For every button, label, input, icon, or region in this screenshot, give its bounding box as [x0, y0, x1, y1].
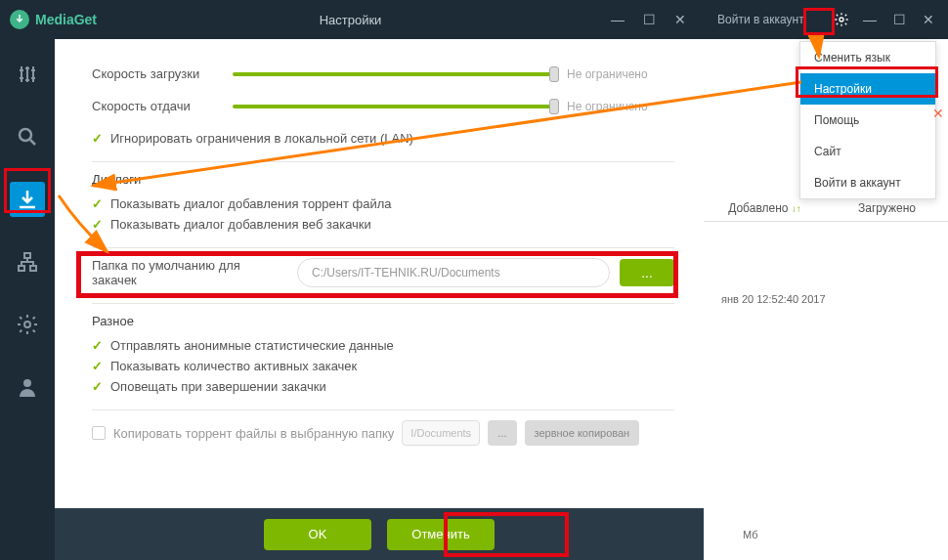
upload-speed-label: Скорость отдачи: [92, 99, 219, 113]
svg-point-6: [840, 18, 843, 22]
svg-rect-3: [30, 266, 36, 271]
menu-login[interactable]: Войти в аккаунт: [800, 167, 935, 198]
app-name: MediaGet: [35, 12, 97, 27]
menu-change-language[interactable]: Сменить язык: [800, 42, 935, 73]
sidebar-item-user[interactable]: [10, 369, 45, 405]
menu-settings[interactable]: Настройки: [800, 73, 935, 105]
active-count-checkbox[interactable]: Показывать количество активных закачек: [110, 359, 357, 373]
sort-icon: ↓↑: [792, 203, 801, 214]
settings-panel: Скорость загрузки Не ограничено Скорость…: [55, 39, 704, 508]
copy-browse-button[interactable]: ...: [488, 420, 516, 446]
logo-icon: [10, 10, 29, 29]
notify-finish-checkbox[interactable]: Оповещать при завершении закачки: [110, 379, 326, 394]
login-link[interactable]: Войти в аккаунт: [710, 13, 827, 26]
minimize-button[interactable]: —: [604, 10, 631, 29]
download-speed-label: Скорость загрузки: [92, 66, 219, 81]
dialog-button-bar: OK Отменить: [55, 508, 704, 560]
titlebar: MediaGet Настройки — ☐ ✕: [0, 0, 704, 39]
app-logo: MediaGet: [10, 10, 97, 29]
gear-icon[interactable]: [829, 9, 854, 30]
upload-speed-slider[interactable]: [233, 105, 553, 108]
anon-stats-checkbox[interactable]: Отправлять анонимные статистические данн…: [110, 338, 394, 353]
svg-point-0: [20, 129, 31, 141]
bg-maximize-button[interactable]: ☐: [885, 10, 913, 29]
sidebar: [0, 39, 55, 560]
svg-rect-2: [19, 266, 24, 271]
window-title: Настройки: [97, 13, 604, 27]
bg-close-button[interactable]: ✕: [915, 10, 942, 29]
download-speed-slider[interactable]: [233, 72, 553, 76]
sidebar-item-search[interactable]: [10, 119, 45, 154]
maximize-button[interactable]: ☐: [635, 10, 663, 29]
check-icon: ✓: [92, 196, 103, 211]
download-speed-status: Не ограничено: [567, 67, 674, 81]
sidebar-item-equalizer[interactable]: [10, 57, 45, 92]
copy-path-input[interactable]: [402, 420, 480, 446]
misc-section-title: Разное: [92, 314, 674, 328]
dialogs-section-title: Диалоги: [92, 172, 674, 187]
check-icon: ✓: [92, 338, 103, 353]
copy-torrents-checkbox[interactable]: [92, 426, 106, 440]
browse-button[interactable]: ...: [620, 259, 674, 286]
bg-minimize-button[interactable]: —: [856, 10, 883, 29]
svg-rect-1: [24, 253, 30, 258]
svg-point-5: [23, 379, 31, 387]
show-torrent-dialog-checkbox[interactable]: Показывать диалог добавления торрент фай…: [110, 196, 392, 211]
check-icon: ✓: [92, 131, 103, 146]
close-icon[interactable]: ✕: [932, 106, 944, 121]
default-folder-input[interactable]: [297, 258, 610, 287]
settings-dropdown: Сменить язык Настройки Помощь Сайт Войти…: [799, 41, 936, 199]
menu-help[interactable]: Помощь: [800, 105, 935, 136]
right-column-headers: Добавлено ↓↑ Загружено: [704, 195, 948, 222]
cancel-button[interactable]: Отменить: [387, 519, 495, 550]
ok-button[interactable]: OK: [264, 519, 371, 550]
svg-point-4: [24, 322, 30, 327]
default-folder-label: Папка по умолчанию для закачек: [92, 258, 287, 287]
sidebar-item-settings[interactable]: [10, 307, 45, 342]
copy-torrents-label: Копировать торрент файлы в выбранную пап…: [113, 426, 394, 441]
backup-copy-button[interactable]: зервное копирован: [525, 420, 640, 446]
menu-site[interactable]: Сайт: [800, 136, 935, 167]
sidebar-item-network[interactable]: [10, 244, 45, 280]
unit-label: Мб: [743, 529, 757, 540]
upload-speed-status: Не ограничено: [567, 100, 674, 113]
check-icon: ✓: [92, 217, 103, 232]
timestamp-text: янв 20 12:52:40 2017: [721, 293, 826, 305]
check-icon: ✓: [92, 359, 103, 373]
ignore-lan-checkbox[interactable]: Игнорировать ограничения в локальной сет…: [110, 131, 413, 146]
sidebar-item-downloads[interactable]: [10, 182, 45, 217]
show-web-dialog-checkbox[interactable]: Показывать диалог добавления веб закачки: [110, 217, 371, 232]
check-icon: ✓: [92, 379, 103, 394]
close-button[interactable]: ✕: [667, 10, 694, 29]
